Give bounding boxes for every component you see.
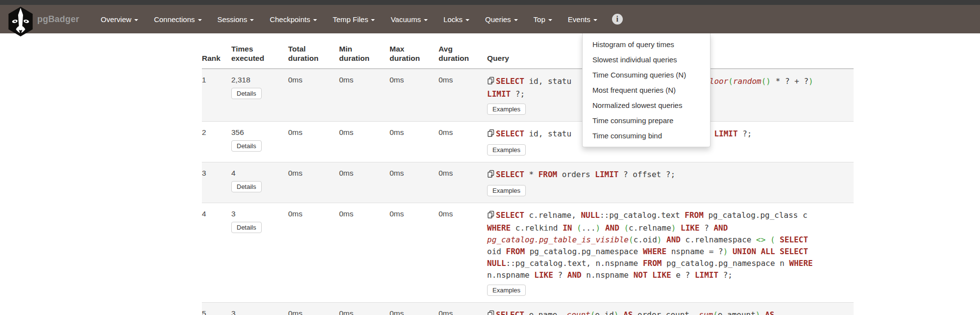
sql-segment: SELECT [780, 235, 808, 244]
caret-down-icon [548, 19, 552, 21]
examples-button[interactable]: Examples [487, 285, 526, 296]
nav-item-label: Events [568, 15, 590, 24]
copy-icon[interactable] [487, 170, 495, 182]
nav-item-vacuums[interactable]: Vacuums [383, 15, 435, 24]
nav-item-overview[interactable]: Overview [93, 15, 147, 24]
table-row-rank-3: 34Details0ms0ms0ms0msSELECT * FROM order… [202, 162, 854, 203]
nav-item-label: Locks [443, 15, 463, 24]
total-duration-cell: 0ms [288, 203, 339, 303]
sql-segment: SELECT [496, 210, 524, 220]
column-header-rank: Rank [202, 39, 231, 69]
sql-segment: sum [699, 310, 713, 315]
sql-segment: UNION ALL SELECT [733, 247, 808, 256]
menu-item-slowest-individual-queries[interactable]: Slowest individual queries [583, 52, 710, 67]
sql-segment [775, 235, 780, 244]
sql-segment: c.oid [634, 235, 657, 244]
menu-item-time-consuming-prepare[interactable]: Time consuming prepare [583, 113, 710, 128]
copy-icon[interactable] [487, 77, 495, 88]
menu-item-normalized-slowest-queries[interactable]: Normalized slowest queries [583, 98, 710, 113]
query-line: NULL::pg_catalog.text, n.nspname FROM pg… [487, 258, 850, 269]
sql-segment: pg_catalog.pg_namespace [525, 247, 643, 256]
query-line: SELECT c.relname, NULL::pg_catalog.text … [487, 210, 850, 222]
nav-item-label: Checkpoints [270, 15, 310, 24]
column-header-total-duration: Totalduration [288, 39, 339, 69]
times-executed-cell: 356Details [231, 122, 288, 162]
sql-segment: c.relname [629, 223, 671, 233]
sql-segment [760, 310, 765, 315]
nav-item-checkpoints[interactable]: Checkpoints [262, 15, 325, 24]
menu-item-time-consuming-bind[interactable]: Time consuming bind [583, 128, 710, 143]
sql-segment: ? [553, 270, 567, 280]
copy-icon[interactable] [487, 210, 495, 222]
nav-item-top[interactable]: Top [526, 15, 560, 24]
sql-segment: ::pg_catalog.text, n.nspname [506, 259, 643, 268]
details-button[interactable]: Details [231, 222, 262, 233]
info-icon[interactable]: i [612, 14, 623, 25]
sql-segment: LIMIT [487, 89, 511, 99]
sql-segment: SELECT [496, 129, 524, 138]
menu-item-most-frequent-queries-n[interactable]: Most frequent queries (N) [583, 82, 710, 98]
avg-duration-cell: 0ms [439, 203, 487, 303]
sql-segment: ?; [511, 89, 525, 99]
sql-segment: id, statu [524, 129, 571, 138]
sql-segment: * ? + ? [771, 77, 808, 86]
sql-segment: AND [605, 223, 619, 233]
examples-button[interactable]: Examples [487, 104, 526, 115]
min-duration-cell: 0ms [339, 122, 390, 162]
details-button[interactable]: Details [231, 181, 262, 192]
menu-item-histogram-of-query-times[interactable]: Histogram of query times [583, 37, 710, 52]
sql-segment: e.id [595, 310, 614, 315]
nav-item-label: Sessions [218, 15, 247, 24]
sql-segment: ? [700, 223, 714, 233]
sql-segment: FROM [506, 247, 525, 256]
nav-item-events[interactable]: Events [560, 15, 605, 24]
report-table-section: RankTimesexecutedTotaldurationMinduratio… [202, 39, 854, 315]
avg-duration-cell: 0ms [439, 69, 487, 122]
sql-segment: ( [577, 223, 582, 233]
examples-button[interactable]: Examples [487, 144, 526, 156]
sql-segment: LIMIT [595, 170, 618, 179]
times-executed-value: 3 [231, 210, 284, 218]
nav-item-label: Overview [101, 15, 132, 24]
sql-segment: pg_catalog.pg_table_is_visible [487, 235, 629, 244]
max-duration-cell: 0ms [390, 162, 439, 203]
sql-segment: n.nspname [487, 270, 534, 280]
details-button[interactable]: Details [231, 140, 262, 152]
caret-down-icon [198, 19, 202, 21]
max-duration-cell: 0ms [390, 203, 439, 303]
max-duration-cell: 0ms [390, 69, 439, 122]
avg-duration-cell: 0ms [439, 303, 487, 315]
caret-down-icon [371, 19, 375, 21]
sql-segment: () [761, 77, 771, 86]
min-duration-cell: 0ms [339, 303, 390, 315]
queries-table: RankTimesexecutedTotaldurationMinduratio… [202, 39, 854, 315]
sql-segment: AS [623, 310, 633, 315]
examples-button[interactable]: Examples [487, 185, 526, 196]
sql-segment: pg_catalog.pg_namespace n [662, 259, 789, 268]
table-row-rank-2: 2356Details0ms0ms0ms0msSELECT id, statu'… [202, 122, 854, 162]
sql-segment: ?; [738, 129, 752, 138]
sql-segment: ) [808, 77, 813, 86]
details-button[interactable]: Details [231, 88, 262, 99]
sql-segment: SELECT [496, 310, 524, 315]
sql-segment: AND [567, 270, 582, 280]
sql-segment [619, 223, 624, 233]
table-row-rank-1: 12,318Details0ms0ms0ms0msSELECT id, stat… [202, 69, 854, 122]
pgbadger-report-page: pgBadger OverviewConnectionsSessionsChec… [0, 0, 980, 315]
nav-item-temp-files[interactable]: Temp Files [325, 15, 383, 24]
sql-segment: nspname = ? [666, 247, 723, 256]
nav-item-sessions[interactable]: Sessions [210, 15, 262, 24]
nav-item-connections[interactable]: Connections [146, 15, 209, 24]
caret-down-icon [466, 19, 469, 21]
nav-item-queries[interactable]: Queries [477, 15, 526, 24]
sql-segment: n.nspname [582, 270, 634, 280]
copy-icon[interactable] [487, 310, 495, 315]
query-line: pg_catalog.pg_table_is_visible(c.oid) AN… [487, 234, 850, 246]
sql-segment: ( [629, 235, 634, 244]
menu-item-time-consuming-queries-n[interactable]: Time Consuming queries (N) [583, 67, 710, 82]
min-duration-cell: 0ms [339, 162, 390, 203]
nav-item-locks[interactable]: Locks [436, 15, 477, 24]
copy-icon[interactable] [487, 129, 495, 141]
sql-segment: ( [770, 235, 775, 244]
sql-segment: ( [590, 310, 595, 315]
